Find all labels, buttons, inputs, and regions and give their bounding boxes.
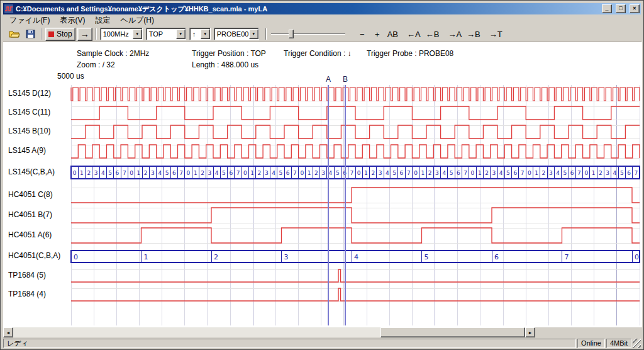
stop-button[interactable]: Stop bbox=[45, 28, 75, 41]
window-title: C:¥Documents and Settings¥noname¥デスクトップ¥… bbox=[16, 4, 598, 14]
save-floppy-icon bbox=[26, 30, 35, 38]
svg-text:1: 1 bbox=[478, 170, 482, 176]
svg-text:0: 0 bbox=[74, 253, 78, 261]
svg-text:1: 1 bbox=[136, 170, 140, 176]
waveform-client-area: Sample Clock : 2MHz Trigger Position : T… bbox=[3, 42, 642, 327]
maximize-button[interactable]: □ bbox=[616, 4, 626, 13]
menu-file[interactable]: ファイル(F) bbox=[4, 14, 55, 27]
zoom-in-button[interactable]: + bbox=[370, 28, 384, 40]
svg-text:0: 0 bbox=[130, 170, 133, 176]
trigger-edge-select[interactable]: ↑ ▼ bbox=[189, 28, 211, 40]
svg-text:4: 4 bbox=[215, 170, 219, 176]
svg-text:7: 7 bbox=[634, 170, 638, 176]
zoom-slider-track bbox=[271, 33, 345, 35]
svg-text:0: 0 bbox=[300, 170, 304, 176]
menu-view[interactable]: 表示(V) bbox=[55, 14, 90, 27]
chevron-down-icon[interactable]: ▼ bbox=[133, 29, 142, 39]
marker-ab-button[interactable]: AB bbox=[386, 28, 400, 40]
svg-text:6: 6 bbox=[116, 170, 119, 176]
mylA-window: { "window": { "title": "C:¥Documents and… bbox=[0, 0, 644, 350]
trigger-probe-select[interactable]: PROBE00 ▼ bbox=[214, 28, 259, 40]
close-button[interactable]: × bbox=[630, 4, 640, 13]
resize-grip[interactable] bbox=[633, 339, 641, 348]
zoom-slider[interactable] bbox=[271, 28, 345, 40]
svg-text:6: 6 bbox=[172, 170, 176, 176]
svg-text:1: 1 bbox=[421, 170, 425, 176]
svg-text:5: 5 bbox=[165, 170, 169, 176]
chevron-down-icon[interactable]: ▼ bbox=[249, 29, 258, 39]
svg-text:4: 4 bbox=[101, 170, 105, 176]
svg-text:4: 4 bbox=[613, 170, 617, 176]
svg-text:0: 0 bbox=[584, 170, 588, 176]
svg-text:2: 2 bbox=[144, 170, 148, 176]
svg-text:7: 7 bbox=[577, 170, 581, 176]
menu-settings[interactable]: 設定 bbox=[90, 14, 115, 27]
svg-text:3: 3 bbox=[284, 253, 289, 261]
menu-help[interactable]: ヘルプ(H) bbox=[115, 14, 159, 27]
svg-text:5: 5 bbox=[425, 253, 429, 261]
svg-text:7: 7 bbox=[521, 170, 525, 176]
status-bar: レディ Online 4MBit bbox=[3, 339, 641, 348]
svg-text:6: 6 bbox=[457, 170, 460, 176]
stop-label: Stop bbox=[57, 30, 72, 38]
svg-text:0: 0 bbox=[414, 170, 418, 176]
svg-text:6: 6 bbox=[627, 170, 631, 176]
svg-text:2: 2 bbox=[542, 170, 546, 176]
svg-text:4: 4 bbox=[386, 170, 389, 176]
horizontal-scrollbar[interactable]: ◄ ► bbox=[3, 327, 535, 337]
svg-text:6: 6 bbox=[494, 253, 499, 261]
status-memory-badge: 4MBit bbox=[606, 339, 631, 348]
sample-clock-value: 100MHz bbox=[103, 30, 129, 38]
svg-text:3: 3 bbox=[492, 170, 496, 176]
trigger-probe-value: PROBE00 bbox=[217, 30, 249, 38]
app-icon bbox=[4, 4, 13, 13]
svg-text:4: 4 bbox=[499, 170, 503, 176]
scroll-right-arrow-icon[interactable]: ► bbox=[525, 327, 535, 337]
svg-text:5: 5 bbox=[222, 170, 226, 176]
goto-next-b-button[interactable]: →B bbox=[465, 28, 482, 40]
zoom-slider-thumb[interactable] bbox=[289, 30, 294, 38]
open-button[interactable] bbox=[6, 27, 23, 41]
chevron-down-icon[interactable]: ▼ bbox=[176, 29, 186, 39]
save-button[interactable] bbox=[23, 27, 38, 41]
svg-text:0: 0 bbox=[471, 170, 475, 176]
svg-text:1: 1 bbox=[592, 170, 596, 176]
svg-text:6: 6 bbox=[343, 170, 347, 176]
run-button[interactable]: → bbox=[77, 28, 92, 41]
svg-text:7: 7 bbox=[464, 170, 467, 176]
svg-text:7: 7 bbox=[123, 170, 126, 176]
goto-trigger-button[interactable]: →T bbox=[487, 28, 504, 40]
minimize-button[interactable]: _ bbox=[602, 4, 612, 13]
scrollbar-thumb[interactable] bbox=[380, 327, 525, 337]
svg-text:0: 0 bbox=[187, 170, 191, 176]
svg-text:7: 7 bbox=[179, 170, 183, 176]
sample-clock-select[interactable]: 100MHz ▼ bbox=[100, 28, 143, 40]
svg-text:5: 5 bbox=[279, 170, 282, 176]
svg-text:5: 5 bbox=[450, 170, 453, 176]
run-arrow-icon: → bbox=[80, 29, 89, 39]
svg-text:4: 4 bbox=[556, 170, 560, 176]
goto-prev-a-button[interactable]: ←A bbox=[405, 28, 423, 40]
toolbar: Stop → 100MHz ▼ TOP ▼ ↑ ▼ PROBE00 ▼ − + … bbox=[3, 26, 641, 42]
svg-text:1: 1 bbox=[308, 170, 311, 176]
svg-text:3: 3 bbox=[321, 170, 325, 176]
trigger-position-select[interactable]: TOP ▼ bbox=[146, 28, 186, 40]
stop-icon bbox=[48, 31, 54, 37]
goto-prev-b-button[interactable]: ←B bbox=[424, 28, 441, 40]
zoom-out-button[interactable]: − bbox=[355, 28, 369, 40]
goto-next-a-button[interactable]: →A bbox=[446, 28, 464, 40]
toolbar-separator bbox=[96, 28, 97, 40]
svg-text:4: 4 bbox=[158, 170, 162, 176]
svg-text:2: 2 bbox=[314, 170, 318, 176]
scroll-left-arrow-icon[interactable]: ◄ bbox=[3, 327, 13, 337]
waveform-plot[interactable]: 0123456701234567012345670123456701234567… bbox=[3, 42, 642, 327]
svg-text:3: 3 bbox=[94, 170, 98, 176]
svg-text:0: 0 bbox=[73, 170, 77, 176]
status-online-badge: Online bbox=[577, 339, 605, 348]
svg-text:3: 3 bbox=[151, 170, 155, 176]
svg-text:5: 5 bbox=[336, 170, 340, 176]
svg-text:6: 6 bbox=[513, 170, 517, 176]
trigger-edge-value: ↑ bbox=[192, 30, 196, 38]
chevron-down-icon[interactable]: ▼ bbox=[201, 29, 210, 39]
svg-text:4: 4 bbox=[272, 170, 275, 176]
